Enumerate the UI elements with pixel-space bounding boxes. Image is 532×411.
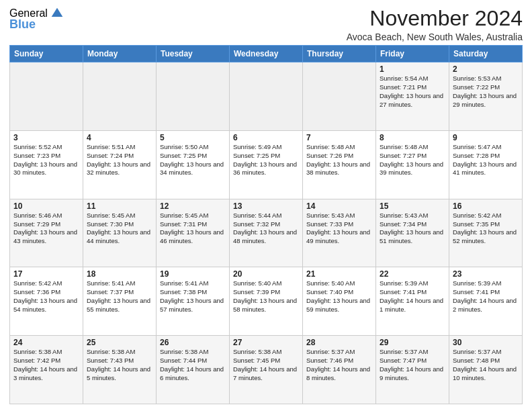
- cell-info-line: Sunrise: 5:48 AM: [306, 143, 372, 152]
- cell-info-line: Sunrise: 5:44 AM: [233, 212, 299, 220]
- day-number-24: 24: [13, 338, 79, 347]
- cell-0-1: [83, 62, 157, 131]
- cell-info-line: Sunset: 7:48 PM: [453, 357, 519, 365]
- cell-0-6: 2Sunrise: 5:53 AMSunset: 7:22 PMDaylight…: [449, 62, 523, 131]
- cell-0-4: [303, 62, 376, 131]
- col-monday: Monday: [83, 46, 157, 62]
- cell-info-line: Sunrise: 5:45 AM: [160, 212, 226, 220]
- col-tuesday: Tuesday: [157, 46, 230, 62]
- cell-0-0: [10, 62, 83, 131]
- cell-3-6: 23Sunrise: 5:39 AMSunset: 7:41 PMDayligh…: [449, 267, 523, 336]
- cell-info-line: Sunrise: 5:41 AM: [87, 279, 152, 288]
- cell-info-line: Sunset: 7:41 PM: [453, 288, 519, 297]
- cell-info-line: Sunset: 7:46 PM: [306, 357, 372, 365]
- cell-info-line: Sunset: 7:30 PM: [87, 220, 152, 229]
- cell-info-line: Sunset: 7:47 PM: [380, 357, 445, 365]
- cell-0-3: [230, 62, 303, 131]
- cell-info-line: Sunset: 7:33 PM: [306, 220, 372, 229]
- day-number-6: 6: [233, 133, 299, 142]
- day-number-27: 27: [233, 338, 299, 347]
- day-number-22: 22: [380, 269, 445, 279]
- day-number-12: 12: [160, 201, 226, 211]
- day-number-11: 11: [87, 201, 152, 211]
- calendar-header-row: Sunday Monday Tuesday Wednesday Thursday…: [10, 46, 523, 62]
- svg-marker-0: [52, 8, 63, 17]
- cell-3-2: 19Sunrise: 5:41 AMSunset: 7:38 PMDayligh…: [157, 267, 230, 336]
- cell-info-line: Daylight: 13 hours and 59 minutes.: [306, 297, 372, 314]
- cell-info-line: Sunrise: 5:48 AM: [380, 143, 445, 152]
- day-number-13: 13: [233, 201, 299, 211]
- cell-0-5: 1Sunrise: 5:54 AMSunset: 7:21 PMDaylight…: [376, 62, 449, 131]
- cell-info-line: Daylight: 13 hours and 44 minutes.: [87, 228, 152, 246]
- cell-info-line: Daylight: 13 hours and 36 minutes.: [233, 161, 299, 178]
- col-thursday: Thursday: [303, 46, 376, 62]
- cell-info-line: Sunrise: 5:52 AM: [13, 143, 79, 152]
- cell-info-line: Sunrise: 5:37 AM: [306, 348, 372, 357]
- day-number-4: 4: [87, 133, 152, 142]
- cell-3-0: 17Sunrise: 5:42 AMSunset: 7:36 PMDayligh…: [10, 267, 83, 336]
- cell-info-line: Daylight: 14 hours and 1 minute.: [380, 297, 445, 314]
- day-number-5: 5: [160, 133, 226, 142]
- cell-info-line: Sunrise: 5:37 AM: [453, 348, 519, 357]
- cell-info-line: Sunset: 7:21 PM: [380, 83, 445, 92]
- cell-3-4: 21Sunrise: 5:40 AMSunset: 7:40 PMDayligh…: [303, 267, 376, 336]
- cell-info-line: Sunset: 7:43 PM: [87, 357, 152, 365]
- cell-2-1: 11Sunrise: 5:45 AMSunset: 7:30 PMDayligh…: [83, 199, 157, 267]
- cell-4-2: 26Sunrise: 5:38 AMSunset: 7:44 PMDayligh…: [157, 336, 230, 404]
- day-number-28: 28: [306, 338, 372, 347]
- cell-info-line: Sunset: 7:41 PM: [380, 288, 445, 297]
- cell-info-line: Daylight: 14 hours and 10 minutes.: [453, 365, 519, 383]
- cell-info-line: Sunset: 7:27 PM: [380, 152, 445, 161]
- day-number-30: 30: [453, 338, 519, 347]
- cell-info-line: Sunset: 7:28 PM: [453, 152, 519, 161]
- logo-blue: Blue: [9, 17, 36, 32]
- cell-4-0: 24Sunrise: 5:38 AMSunset: 7:42 PMDayligh…: [10, 336, 83, 404]
- cell-info-line: Sunrise: 5:39 AM: [453, 279, 519, 288]
- cell-info-line: Daylight: 13 hours and 57 minutes.: [160, 297, 226, 314]
- cell-info-line: Sunset: 7:25 PM: [160, 152, 226, 161]
- cell-1-6: 9Sunrise: 5:47 AMSunset: 7:28 PMDaylight…: [449, 130, 523, 199]
- cell-4-1: 25Sunrise: 5:38 AMSunset: 7:43 PMDayligh…: [83, 336, 157, 404]
- day-number-7: 7: [306, 133, 372, 142]
- cell-info-line: Sunset: 7:22 PM: [453, 83, 519, 92]
- cell-info-line: Sunrise: 5:39 AM: [380, 279, 445, 288]
- cell-info-line: Sunset: 7:24 PM: [87, 152, 152, 161]
- cell-info-line: Daylight: 13 hours and 43 minutes.: [13, 228, 79, 246]
- week-row-3: 17Sunrise: 5:42 AMSunset: 7:36 PMDayligh…: [10, 267, 523, 336]
- calendar: Sunday Monday Tuesday Wednesday Thursday…: [9, 45, 523, 404]
- cell-info-line: Sunset: 7:34 PM: [380, 220, 445, 229]
- week-row-1: 3Sunrise: 5:52 AMSunset: 7:23 PMDaylight…: [10, 130, 523, 199]
- cell-info-line: Sunrise: 5:38 AM: [87, 348, 152, 357]
- cell-0-2: [157, 62, 230, 131]
- cell-info-line: Sunset: 7:39 PM: [233, 288, 299, 297]
- cell-info-line: Daylight: 14 hours and 3 minutes.: [13, 365, 79, 383]
- cell-2-4: 14Sunrise: 5:43 AMSunset: 7:33 PMDayligh…: [303, 199, 376, 267]
- cell-info-line: Daylight: 13 hours and 52 minutes.: [453, 228, 519, 246]
- col-sunday: Sunday: [10, 46, 83, 62]
- cell-1-1: 4Sunrise: 5:51 AMSunset: 7:24 PMDaylight…: [83, 130, 157, 199]
- cell-info-line: Sunrise: 5:46 AM: [13, 212, 79, 220]
- day-number-9: 9: [453, 133, 519, 142]
- day-number-18: 18: [87, 269, 152, 279]
- cell-info-line: Sunrise: 5:54 AM: [380, 75, 445, 83]
- cell-info-line: Daylight: 13 hours and 32 minutes.: [87, 161, 152, 178]
- cell-info-line: Sunset: 7:23 PM: [13, 152, 79, 161]
- cell-info-line: Daylight: 13 hours and 51 minutes.: [380, 228, 445, 246]
- day-number-23: 23: [453, 269, 519, 279]
- day-number-8: 8: [380, 133, 445, 142]
- day-number-19: 19: [160, 269, 226, 279]
- cell-info-line: Sunset: 7:32 PM: [233, 220, 299, 229]
- cell-info-line: Daylight: 13 hours and 41 minutes.: [453, 161, 519, 178]
- cell-info-line: Sunset: 7:29 PM: [13, 220, 79, 229]
- cell-4-3: 27Sunrise: 5:38 AMSunset: 7:45 PMDayligh…: [230, 336, 303, 404]
- cell-info-line: Sunset: 7:40 PM: [306, 288, 372, 297]
- cell-info-line: Sunset: 7:45 PM: [233, 357, 299, 365]
- cell-1-0: 3Sunrise: 5:52 AMSunset: 7:23 PMDaylight…: [10, 130, 83, 199]
- title-section: November 2024 Avoca Beach, New South Wal…: [347, 7, 523, 42]
- cell-2-6: 16Sunrise: 5:42 AMSunset: 7:35 PMDayligh…: [449, 199, 523, 267]
- cell-info-line: Sunrise: 5:53 AM: [453, 75, 519, 83]
- cell-info-line: Sunrise: 5:38 AM: [160, 348, 226, 357]
- day-number-25: 25: [87, 338, 152, 347]
- cell-3-3: 20Sunrise: 5:40 AMSunset: 7:39 PMDayligh…: [230, 267, 303, 336]
- cell-info-line: Sunrise: 5:40 AM: [233, 279, 299, 288]
